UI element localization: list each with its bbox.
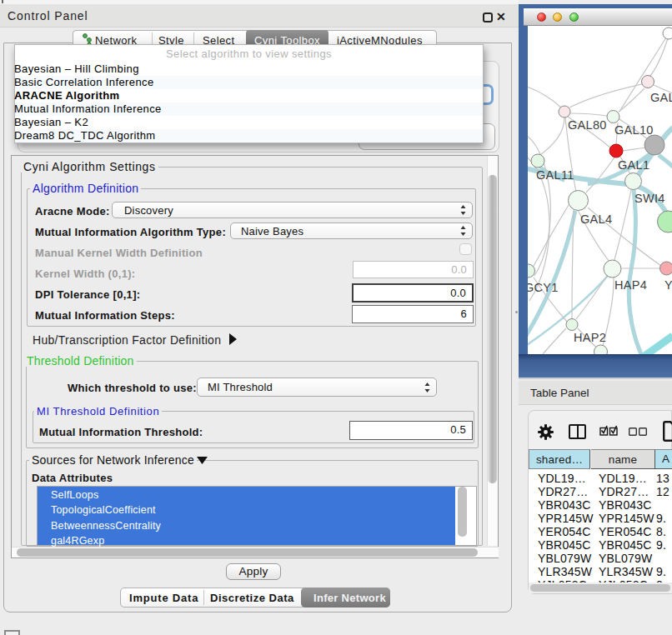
svg-text:SWI4: SWI4	[634, 192, 665, 205]
svg-text:HAP4: HAP4	[614, 278, 647, 292]
svg-text:GAL1: GAL1	[618, 158, 649, 172]
svg-text:Y: Y	[664, 278, 672, 292]
svg-text:GAL11: GAL11	[536, 168, 574, 182]
svg-text:GAL80: GAL80	[568, 118, 607, 132]
svg-text:GAL7: GAL7	[650, 91, 672, 104]
svg-text:GAL10: GAL10	[614, 123, 654, 137]
svg-text:HAP2: HAP2	[574, 331, 606, 344]
svg-text:GAL4: GAL4	[580, 212, 612, 226]
svg-text:GCY1: GCY1	[528, 281, 559, 294]
